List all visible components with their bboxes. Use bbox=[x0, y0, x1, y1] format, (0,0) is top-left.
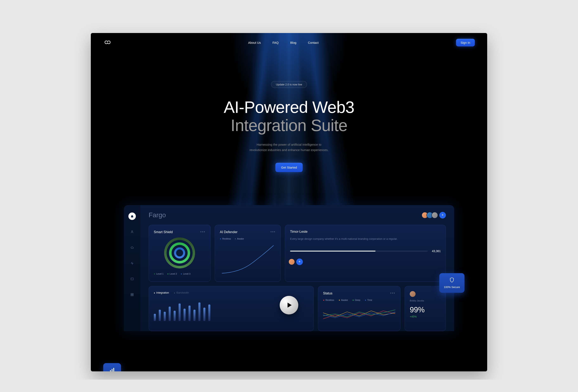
dashboard-main: Fargo + Smart Shield••• Level 1 Level 2 bbox=[140, 205, 454, 331]
card-title: Smart Shield bbox=[154, 230, 173, 234]
svg-rect-8 bbox=[112, 369, 112, 371]
hero-section: Update 2.0 is now live AI-Powered Web3 I… bbox=[91, 52, 487, 189]
card-description: Every large design company whether it's … bbox=[290, 237, 441, 241]
timor-leste-card: Timor-Leste Every large design company w… bbox=[285, 225, 446, 282]
profile-change: +45% bbox=[410, 315, 441, 318]
more-icon[interactable]: ••• bbox=[270, 230, 276, 234]
main-nav: About Us FAQ Blog Contact bbox=[248, 41, 319, 44]
dashboard-title: Fargo bbox=[149, 211, 166, 219]
status-card: Status••• Restless Awake Deep Time bbox=[318, 286, 400, 331]
progress-bar[interactable] bbox=[290, 251, 428, 252]
profile-name: Bobby Jacobs bbox=[410, 299, 441, 302]
svg-rect-9 bbox=[113, 368, 114, 371]
svg-point-2 bbox=[132, 278, 132, 279]
nav-about[interactable]: About Us bbox=[248, 41, 261, 44]
hero-title-line1: AI-Powered Web3 bbox=[224, 98, 354, 116]
sidebar-image-icon[interactable] bbox=[128, 275, 136, 283]
sidebar-user-icon[interactable] bbox=[128, 228, 136, 236]
hero-title: AI-Powered Web3 Integration Suite bbox=[91, 98, 487, 134]
ai-defender-card: AI Defender••• Restless Awake bbox=[215, 225, 281, 282]
defender-curve-chart bbox=[220, 243, 276, 276]
svg-rect-3 bbox=[131, 293, 132, 294]
add-user-button[interactable]: + bbox=[439, 212, 446, 218]
shield-rings-chart bbox=[164, 237, 195, 268]
dashboard-sidebar bbox=[124, 205, 140, 331]
secure-badge: 100% Secure bbox=[439, 273, 465, 293]
tab-bandwidth[interactable]: Bandwidth bbox=[174, 291, 189, 294]
site-header: About Us FAQ Blog Contact Sign In bbox=[91, 33, 487, 52]
svg-rect-6 bbox=[132, 295, 133, 296]
nav-faq[interactable]: FAQ bbox=[273, 41, 279, 44]
avatar[interactable] bbox=[410, 291, 416, 297]
more-icon[interactable]: ••• bbox=[200, 230, 205, 234]
avatar[interactable] bbox=[432, 212, 438, 218]
tab-integration[interactable]: Integration bbox=[154, 291, 169, 294]
add-user-button[interactable]: + bbox=[296, 259, 303, 265]
svg-rect-5 bbox=[131, 295, 132, 296]
dashboard-preview: Fargo + Smart Shield••• Level 1 Level 2 bbox=[124, 205, 454, 331]
sidebar-activity-icon[interactable] bbox=[128, 260, 136, 267]
defender-legend: Restless Awake bbox=[220, 237, 276, 240]
sidebar-cloud-icon[interactable] bbox=[128, 244, 136, 251]
profile-percent: 99% bbox=[410, 305, 441, 314]
profile-card: Bobby Jacobs 99% +45% bbox=[405, 286, 446, 331]
card-title: AI Defender bbox=[220, 230, 237, 234]
sidebar-grid-icon[interactable] bbox=[128, 291, 136, 298]
shield-icon bbox=[450, 277, 454, 283]
nav-blog[interactable]: Blog bbox=[290, 41, 296, 44]
hero-title-line2: Integration Suite bbox=[91, 116, 487, 134]
avatar-group: + bbox=[423, 212, 446, 218]
integration-tabs: Integration Bandwidth bbox=[154, 291, 309, 294]
avatar[interactable] bbox=[289, 259, 295, 265]
smart-shield-card: Smart Shield••• Level 1 Level 2 Level 3 bbox=[149, 225, 211, 282]
get-started-button[interactable]: Get Started bbox=[275, 163, 303, 172]
status-lines-chart bbox=[323, 305, 395, 325]
svg-rect-4 bbox=[132, 293, 133, 294]
chart-icon bbox=[109, 367, 115, 371]
hero-subtitle: Harnessing the power of artificial intel… bbox=[91, 142, 487, 152]
more-icon[interactable]: ••• bbox=[390, 291, 395, 296]
status-legend: Restless Awake Deep Time bbox=[323, 299, 395, 301]
shield-legend: Level 1 Level 2 Level 3 bbox=[154, 272, 205, 275]
logo[interactable] bbox=[103, 40, 111, 45]
play-button[interactable] bbox=[280, 296, 298, 314]
progress-value: 43,361 bbox=[432, 249, 441, 253]
card-title: Status bbox=[323, 292, 332, 295]
secure-badge-text: 100% Secure bbox=[444, 286, 460, 289]
svg-rect-1 bbox=[131, 278, 133, 280]
signin-button[interactable]: Sign In bbox=[456, 39, 475, 46]
svg-rect-7 bbox=[110, 370, 111, 371]
svg-point-0 bbox=[132, 231, 133, 232]
update-badge: Update 2.0 is now live bbox=[271, 81, 307, 88]
sidebar-home-icon[interactable] bbox=[128, 213, 136, 220]
card-title: Timor-Leste bbox=[290, 230, 308, 234]
bottom-floating-card bbox=[103, 363, 121, 371]
nav-contact[interactable]: Contact bbox=[308, 41, 319, 44]
